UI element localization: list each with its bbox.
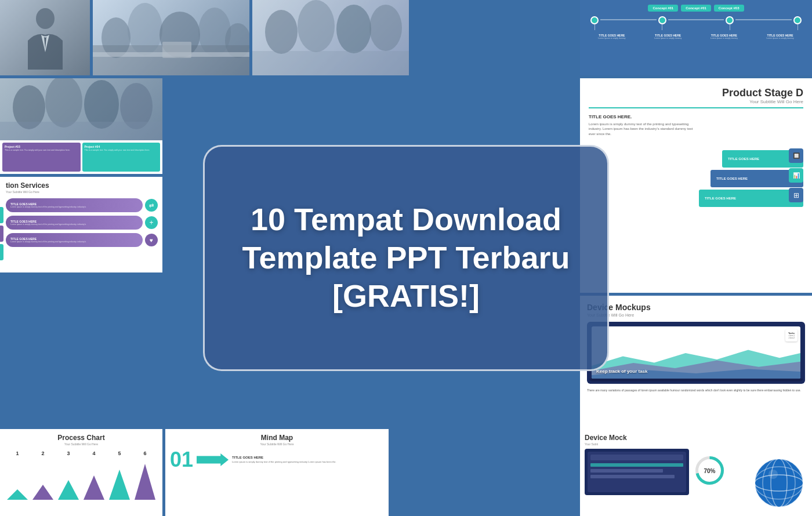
meeting-photo — [93, 0, 249, 75]
concept-label-3: Concept #03 — [714, 5, 744, 12]
services-title: tion Services — [6, 181, 158, 190]
svg-point-16 — [45, 78, 82, 128]
project-3-title: Project #03 — [5, 145, 78, 148]
service-item-3: TITLE GOES HERE Lorem ipsum is simply du… — [6, 233, 158, 247]
project-3-text: This is a sample text. You simply add yo… — [5, 149, 78, 152]
person-photo — [0, 0, 90, 75]
mind-map-title: Mind Map — [170, 434, 384, 442]
service-item-2: TITLE GOES HERE Lorem ipsum is simply du… — [6, 216, 158, 230]
svg-point-5 — [198, 8, 231, 56]
project-4-title: Project #04 — [85, 145, 158, 148]
slide-device-mockups: Device Mockups Your Subtitle Will Go Her… — [580, 296, 812, 432]
step-num-4: 4 — [92, 450, 95, 456]
services-subtitle: Your Subtitle Will Go Here — [6, 190, 158, 194]
product-stage-subtitle: Your Subtitle Will Go Here — [589, 99, 803, 104]
mm-section-text: Lorem ipsum is simply dummy text of the … — [232, 460, 336, 464]
triangle-6 — [135, 464, 155, 500]
service-accent-2 — [0, 226, 3, 242]
ps-section-text: Lorem ipsum is simply dummy text of the … — [589, 122, 693, 136]
mm-section-title: TITLE GOES HERE — [232, 456, 336, 459]
step-num-5: 5 — [118, 450, 121, 456]
product-stage-title: Product Stage D — [589, 87, 803, 99]
project-box-3: Project #03 This is a sample text. You s… — [2, 143, 81, 172]
svg-point-3 — [128, 3, 162, 55]
project-box-4: Project #04 This is a sample text. You s… — [82, 143, 161, 172]
triangle-5 — [109, 470, 130, 500]
team-photo-top — [252, 0, 409, 75]
step-num-3: 3 — [67, 450, 70, 456]
svg-point-11 — [298, 0, 335, 52]
svg-point-2 — [102, 17, 130, 58]
svg-point-13 — [369, 5, 402, 51]
service-icon-1: ⇄ — [145, 199, 158, 212]
project-4-text: This is a sample text. You simply add yo… — [85, 149, 158, 152]
service-icon-2: + — [145, 216, 158, 229]
service-icon-3: ♥ — [145, 234, 158, 246]
step-num-2: 2 — [41, 450, 44, 456]
device-mockups-title: Device Mockups — [587, 303, 805, 312]
service-accent-3 — [0, 244, 3, 260]
device-body-text: There are many variations of passages of… — [587, 388, 805, 393]
svg-rect-19 — [0, 122, 162, 140]
svg-point-29 — [768, 470, 778, 479]
triangle-4 — [84, 475, 104, 500]
slide-process-chart: Process Chart Your Subtitle Will Go Here… — [0, 429, 162, 516]
device-mockups-subtitle: Your Subtitle Will Go Here — [587, 313, 805, 317]
globe-icon — [753, 457, 805, 509]
slide-top-mid2 — [252, 0, 409, 75]
service-accent-1 — [0, 207, 3, 223]
keep-track-text: Keep track of your task — [596, 369, 647, 374]
slide-top-left — [0, 0, 90, 75]
process-chart-subtitle: Your Subtitle Will Go Here — [5, 442, 158, 446]
mind-map-subtitle: Your Subtitle Will Go Here — [170, 442, 384, 446]
ps-section-title: TITLE GOES HERE. — [589, 114, 693, 119]
svg-rect-8 — [162, 42, 191, 58]
svg-point-10 — [265, 10, 298, 54]
svg-point-12 — [336, 5, 371, 53]
center-card: 10 Tempat Download Template PPT Terbaru … — [203, 145, 609, 371]
step-num-1: 1 — [16, 450, 19, 456]
device-mock2-title: Device Mock — [585, 434, 807, 442]
mind-map-number: 01 — [170, 449, 193, 470]
step-num-6: 6 — [143, 450, 146, 456]
triangle-3 — [58, 480, 79, 500]
concept-label-2: Concept #01 — [681, 5, 711, 12]
svg-rect-14 — [252, 51, 409, 75]
service-item-1: TITLE GOES HERE Lorem ipsum is simply du… — [6, 198, 158, 212]
slide-product-stage: Product Stage D Your Subtitle Will Go He… — [580, 78, 812, 293]
process-chart-title: Process Chart — [5, 434, 158, 442]
svg-point-0 — [36, 8, 55, 29]
center-card-title: 10 Tempat Download Template PPT Terbaru … — [240, 201, 572, 315]
svg-point-17 — [84, 80, 119, 129]
triangle-1 — [7, 489, 28, 500]
slide-mid-left: Project #03 This is a sample text. You s… — [0, 78, 162, 174]
slide-services: tion Services Your Subtitle Will Go Here… — [0, 177, 162, 272]
triangle-2 — [32, 485, 53, 500]
device-mock2-subtitle: Your Subti — [585, 442, 807, 446]
slide-top-mid1 — [93, 0, 249, 75]
slide-mind-map: Mind Map Your Subtitle Will Go Here 01 T… — [165, 429, 389, 516]
concept-label-1: Concept #01 — [648, 5, 678, 12]
svg-text:70%: 70% — [704, 468, 715, 474]
slide-top-right: Concept #01 Concept #01 Concept #03 — [580, 0, 812, 75]
laptop-mockup: Tasks □ Item 1 □ Item 2 Keep track of yo… — [587, 322, 805, 384]
